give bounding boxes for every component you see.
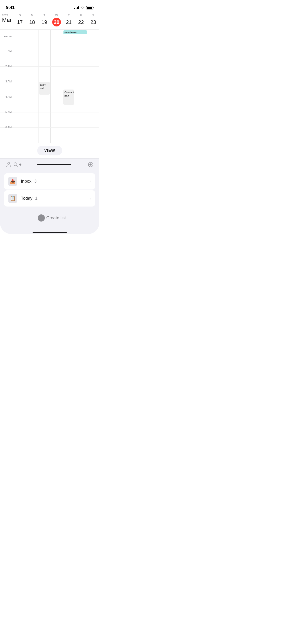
time-cell-2-0[interactable] [14,67,26,82]
cal-event-team-call[interactable]: team call [39,82,50,95]
time-cell-3-1[interactable] [26,82,38,97]
day-col-22[interactable]: F22 [75,13,87,27]
day-number-19: 19 [40,18,49,26]
day-col-23[interactable]: S23 [87,13,99,27]
time-cell-6-2[interactable] [38,128,50,143]
time-cell-3-5[interactable] [75,82,87,97]
search-tab-icon[interactable] [12,161,19,168]
cal-event-contact-bob[interactable]: Contact bob [63,90,74,105]
time-cell-5-3[interactable] [50,112,63,127]
time-cell-3-6[interactable] [87,82,99,97]
all-day-cell-19 [38,30,50,36]
day-number-21: 21 [64,18,73,26]
list-count-today: 1 [35,196,37,201]
person-icon [6,162,12,168]
day-col-19[interactable]: T19 [38,13,50,27]
plus-tab-icon[interactable] [87,161,94,168]
time-cell-3-0[interactable] [14,82,26,97]
time-cell-2-6[interactable] [87,67,99,82]
time-cell-6-5[interactable] [75,128,87,143]
create-list-plus: + [34,215,36,221]
signal-icon [74,6,79,9]
time-cell-4-0[interactable] [14,97,26,112]
day-number-22: 22 [77,18,85,26]
time-label-3: 3 AM [0,80,14,97]
reminder-item-inbox[interactable]: 📥 Inbox 3 › [4,173,95,189]
time-cell-4-5[interactable] [75,97,87,112]
time-cell-6-0[interactable] [14,128,26,143]
day-number-20: 20 [52,18,61,26]
time-cell-0-2[interactable] [38,36,50,51]
reminders-list: 📥 Inbox 3 › 📋 Today 1 › [4,173,95,207]
list-icon-today: 📋 [8,194,17,203]
all-day-cell-23 [87,30,99,36]
time-cell-0-0[interactable] [14,36,26,51]
time-cell-5-0[interactable] [14,112,26,127]
time-cell-0-5[interactable] [75,36,87,51]
time-cell-0-3[interactable] [50,36,63,51]
time-cell-0-1[interactable] [26,36,38,51]
time-row-2-am: 2 AM [0,67,99,82]
calendar-section: 2024 Mar S17M18T19W20T21F22S23 new team … [0,13,99,158]
time-cells-3 [14,82,99,97]
time-row-12-am: 12 AM [0,36,99,51]
time-cell-6-4[interactable] [63,128,75,143]
time-cell-2-4[interactable] [63,67,75,82]
time-cell-6-3[interactable] [50,128,63,143]
time-cell-1-5[interactable] [75,51,87,66]
time-label-6: 6 AM [0,126,14,143]
svg-line-2 [17,166,18,167]
time-cell-3-3[interactable] [50,82,63,97]
time-cell-4-6[interactable] [87,97,99,112]
day-col-17[interactable]: S17 [14,13,26,27]
create-list-button[interactable]: + Create list [34,214,66,222]
day-columns: S17M18T19W20T21F22S23 [14,13,99,27]
time-cell-5-1[interactable] [26,112,38,127]
view-button[interactable]: VIEW [37,146,62,155]
time-cell-5-4[interactable] [63,112,75,127]
day-name-20: W [50,14,63,17]
time-cell-4-1[interactable] [26,97,38,112]
time-cell-5-6[interactable] [87,112,99,127]
day-col-21[interactable]: T21 [63,13,75,27]
reminder-item-today[interactable]: 📋 Today 1 › [4,190,95,207]
svg-point-1 [14,163,17,166]
time-cell-2-5[interactable] [75,67,87,82]
status-bar: 9:41 [0,0,99,13]
time-cell-0-6[interactable] [87,36,99,51]
time-cell-1-3[interactable] [50,51,63,66]
list-chevron-today: › [90,196,91,201]
list-count-inbox: 3 [34,179,36,184]
time-cell-2-3[interactable] [50,67,63,82]
time-cell-6-1[interactable] [26,128,38,143]
time-cell-1-6[interactable] [87,51,99,66]
time-cells-4 [14,97,99,112]
time-cell-5-5[interactable] [75,112,87,127]
time-cell-2-2[interactable] [38,67,50,82]
create-list-dot-icon [38,214,45,222]
list-title-inbox: Inbox [21,179,32,184]
day-col-20[interactable]: W20 [50,13,63,27]
time-row-6-am: 6 AM [0,128,99,143]
time-cell-4-2[interactable] [38,97,50,112]
time-cell-1-4[interactable] [63,51,75,66]
time-grid: 12 AM1 AM2 AM3 AM4 AM5 AM6 AMteam callCo… [0,36,99,143]
person-tab-icon[interactable] [5,161,12,168]
view-button-row: VIEW [0,143,99,158]
all-day-row: new team [0,30,99,36]
list-icon-inbox: 📥 [8,177,17,186]
time-cell-1-1[interactable] [26,51,38,66]
day-name-21: T [63,14,75,17]
day-col-18[interactable]: M18 [26,13,38,27]
time-cells-1 [14,51,99,66]
time-cell-6-6[interactable] [87,128,99,143]
week-header: 2024 Mar S17M18T19W20T21F22S23 [0,13,99,30]
reminders-section: 📥 Inbox 3 › 📋 Today 1 › + Create list [0,170,99,230]
time-cell-5-2[interactable] [38,112,50,127]
time-cell-2-1[interactable] [26,67,38,82]
svg-point-0 [8,162,10,164]
time-cell-0-4[interactable] [63,36,75,51]
time-cell-1-0[interactable] [14,51,26,66]
time-cell-4-3[interactable] [50,97,63,112]
time-cell-1-2[interactable] [38,51,50,66]
